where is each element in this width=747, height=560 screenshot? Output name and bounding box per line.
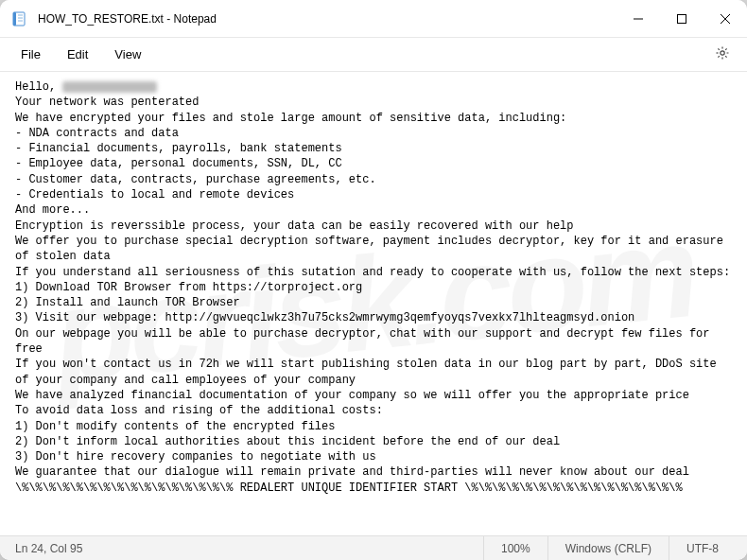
svg-line-16 xyxy=(725,48,726,49)
minimize-button[interactable] xyxy=(617,0,660,37)
notepad-icon xyxy=(11,11,26,26)
maximize-button[interactable] xyxy=(660,0,704,37)
settings-button[interactable] xyxy=(705,40,739,70)
close-button[interactable] xyxy=(704,0,747,37)
statusbar: Ln 24, Col 95 100% Windows (CRLF) UTF-8 xyxy=(0,535,747,560)
svg-point-9 xyxy=(721,50,724,54)
gear-icon xyxy=(715,47,730,63)
redacted-name xyxy=(62,81,157,93)
menubar: File Edit View xyxy=(0,38,747,72)
maximize-icon xyxy=(677,10,686,27)
menu-view[interactable]: View xyxy=(101,42,154,67)
encoding[interactable]: UTF-8 xyxy=(669,536,736,560)
menu-file[interactable]: File xyxy=(8,42,54,67)
svg-line-17 xyxy=(718,56,719,57)
titlebar[interactable]: HOW_TO_RESTORE.txt - Notepad xyxy=(0,0,747,38)
menu-edit[interactable]: Edit xyxy=(54,42,101,67)
minimize-icon xyxy=(634,10,643,27)
window-controls xyxy=(617,0,747,37)
notepad-window: HOW_TO_RESTORE.txt - Notepad File Edit V… xyxy=(0,0,747,560)
window-title: HOW_TO_RESTORE.txt - Notepad xyxy=(38,12,617,26)
text-editor[interactable]: pcrisk.comHello, Your network was penter… xyxy=(0,72,747,535)
svg-rect-1 xyxy=(13,12,16,26)
svg-rect-6 xyxy=(678,14,686,23)
cursor-position[interactable]: Ln 24, Col 95 xyxy=(15,542,82,555)
close-icon xyxy=(721,10,730,27)
zoom-level[interactable]: 100% xyxy=(483,536,547,560)
line-ending[interactable]: Windows (CRLF) xyxy=(547,536,669,560)
svg-line-15 xyxy=(725,56,726,57)
svg-line-14 xyxy=(718,48,719,49)
